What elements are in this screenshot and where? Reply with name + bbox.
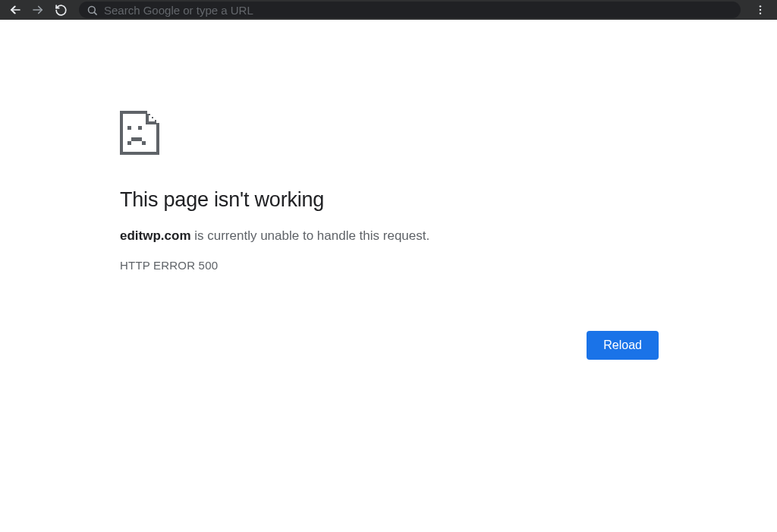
address-input[interactable]: [104, 4, 733, 17]
svg-rect-7: [127, 126, 131, 130]
reload-button[interactable]: Reload: [587, 331, 659, 360]
svg-line-3: [94, 12, 96, 14]
error-container: This page isn't working editwp.com is cu…: [120, 111, 659, 272]
svg-rect-8: [138, 126, 142, 130]
error-title: This page isn't working: [120, 188, 659, 212]
error-message: editwp.com is currently unable to handle…: [120, 228, 659, 244]
sad-page-icon: [120, 111, 659, 158]
svg-point-6: [760, 12, 761, 14]
svg-point-5: [760, 9, 761, 11]
address-bar[interactable]: [79, 2, 741, 18]
error-message-text: is currently unable to handle this reque…: [191, 228, 430, 243]
error-domain: editwp.com: [120, 228, 191, 243]
forward-button[interactable]: [29, 1, 47, 19]
error-page: This page isn't working editwp.com is cu…: [0, 20, 777, 272]
back-button[interactable]: [6, 1, 24, 19]
search-icon: [87, 5, 98, 16]
svg-point-4: [760, 5, 761, 7]
error-code: HTTP ERROR 500: [120, 259, 659, 272]
browser-menu-button[interactable]: [750, 4, 771, 16]
reload-icon-button[interactable]: [52, 1, 70, 19]
browser-toolbar: [0, 0, 777, 20]
